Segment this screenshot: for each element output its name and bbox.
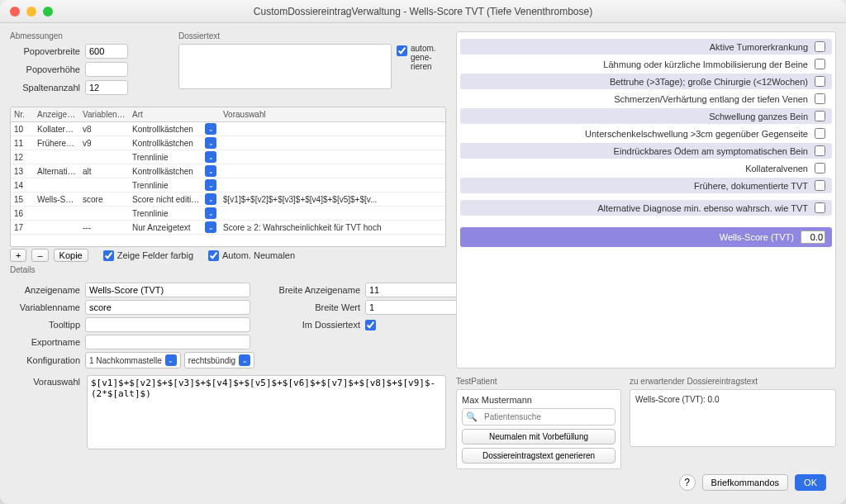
preview-item-checkbox[interactable] — [815, 111, 825, 121]
preview-item-checkbox[interactable] — [815, 59, 825, 69]
preview-item: Bettruhe (>3Tage); große Chirurgie (<12W… — [460, 74, 832, 89]
preview-item: Aktive Tumorerkrankung — [460, 39, 832, 55]
cell-variablenname — [79, 183, 129, 188]
konfiguration-align-value: rechtsbündig — [188, 356, 235, 365]
autom-generieren-checkbox[interactable] — [397, 45, 407, 56]
exportname-input[interactable] — [85, 335, 250, 349]
help-button[interactable]: ? — [679, 474, 696, 491]
preview-item-checkbox[interactable] — [815, 163, 825, 174]
konfiguration-align-select[interactable]: rechtsbündig ⌄ — [184, 352, 254, 368]
ok-button[interactable]: OK — [795, 474, 826, 491]
cell-anzeigename: Kollateralv... — [34, 122, 79, 136]
chevron-down-icon: ⌄ — [205, 123, 216, 135]
minimize-icon[interactable] — [26, 7, 36, 17]
konfiguration-label: Konfiguration — [10, 355, 80, 365]
table-row[interactable]: 13Alternative...altKontrollkästchen⌄ — [11, 164, 445, 178]
spaltenanzahl-input[interactable] — [85, 80, 128, 95]
table-row[interactable]: 15Wells-Sco...scoreScore nicht editierba… — [11, 193, 445, 207]
preview-item: Eindrückbares Ödem am symptomatischen Be… — [460, 143, 832, 159]
cell-variablenname: v8 — [79, 122, 129, 136]
vorauswahl-textarea[interactable]: $[v1]$+$[v2]$+$[v3]$+$[v4]$+$[v5]$+$[v6]… — [87, 375, 446, 449]
konfiguration-decimals-value: 1 Nachkommastelle — [89, 356, 162, 365]
patient-search[interactable]: 🔍 — [462, 408, 615, 426]
dossiertext-textarea[interactable] — [178, 44, 392, 89]
cell-variablenname — [79, 211, 129, 216]
th-nr: Nr. — [11, 107, 34, 121]
preview-item-label: Lähmung oder kürzliche Immobilisierung d… — [603, 59, 808, 69]
detail-variablenname-input[interactable] — [85, 300, 250, 315]
autom-neumalen-checkbox[interactable] — [208, 250, 219, 261]
cell-variablenname: --- — [79, 221, 129, 235]
im-dossiertext-checkbox[interactable] — [365, 320, 376, 330]
exportname-label: Exportname — [10, 337, 80, 347]
copy-row-button[interactable]: Kopie — [54, 249, 88, 262]
th-vorauswahl: Vorauswahl — [220, 107, 445, 121]
close-icon[interactable] — [10, 7, 20, 17]
table-row[interactable]: 12Trennlinie⌄ — [11, 150, 445, 164]
preview-item: Schwellung ganzes Bein — [460, 108, 832, 124]
preview-score-value[interactable] — [801, 231, 825, 244]
table-row[interactable]: 16Trennlinie⌄ — [11, 207, 445, 221]
konfiguration-decimals-select[interactable]: 1 Nachkommastelle ⌄ — [85, 352, 181, 368]
cell-nr: 15 — [11, 193, 34, 207]
content: Abmessungen Popoverbreite Popoverhöhe Sp… — [0, 23, 846, 504]
fullscreen-icon[interactable] — [43, 7, 53, 17]
preview-item-checkbox[interactable] — [815, 128, 825, 139]
cell-anzeigename — [34, 211, 79, 216]
table-row[interactable]: 11Frühere, d...v9Kontrollkästchen⌄ — [11, 136, 445, 150]
tooltipp-label: Tooltipp — [10, 320, 80, 330]
remove-row-button[interactable]: – — [31, 249, 48, 262]
window-title: CustomDossiereintragVerwaltung - Wells-S… — [8, 6, 838, 17]
preview-item-checkbox[interactable] — [815, 41, 825, 52]
table-row[interactable]: 14Trennlinie⌄ — [11, 178, 445, 193]
cell-nr: 12 — [11, 150, 34, 164]
footer: ? Briefkommandos OK — [456, 469, 836, 496]
detail-anzeigename-input[interactable] — [85, 283, 250, 297]
preview-item-checkbox[interactable] — [815, 202, 825, 213]
preview-item-checkbox[interactable] — [815, 145, 825, 156]
cell-vorauswahl: Score ≥ 2: Wahrscheinlichkeit für TVT ho… — [220, 221, 445, 235]
cell-nr: 13 — [11, 164, 34, 178]
preview-item-label: Aktive Tumorerkrankung — [710, 42, 808, 52]
cell-vorauswahl — [220, 155, 445, 159]
cell-variablenname: score — [79, 193, 129, 207]
add-row-button[interactable]: + — [10, 249, 26, 262]
preview-item-checkbox[interactable] — [815, 76, 825, 87]
table-row[interactable]: 17---Nur Anzeigetext⌄Score ≥ 2: Wahrsche… — [11, 221, 445, 235]
table-body[interactable]: 10Kollateralv...v8Kontrollkästchen⌄11Frü… — [11, 122, 445, 246]
cell-anzeigename — [34, 155, 79, 159]
testpatient-label: TestPatient — [456, 377, 621, 386]
chevron-down-icon: ⌄ — [205, 221, 216, 233]
preview-item-label: Unterschenkelschwellung >3cm gegenüber G… — [585, 129, 808, 139]
preview-item-label: Eindrückbares Ödem am symptomatischen Be… — [614, 146, 808, 156]
table-controls: + – Kopie Zeige Felder farbig Autom. Neu… — [10, 249, 446, 262]
cell-anzeigename — [34, 183, 79, 188]
detail-variablenname-label: Variablenname — [10, 302, 80, 312]
preview-item-label: Schmerzen/Verhärtung entlang der tiefen … — [614, 94, 808, 104]
neumalen-button[interactable]: Neumalen mit Vorbefüllung — [462, 429, 615, 445]
generieren-button[interactable]: Dossiereintragstext generieren — [462, 448, 615, 464]
th-anzeigename: Anzeigename — [34, 107, 79, 121]
patient-search-input[interactable] — [481, 411, 611, 423]
cell-variablenname: alt — [79, 164, 129, 178]
cell-nr: 16 — [11, 207, 34, 221]
cell-art[interactable]: Nur Anzeigetext⌄ — [129, 219, 220, 235]
preview-item-label: Frühere, dokumentierte TVT — [694, 181, 808, 191]
preview-item: Unterschenkelschwellung >3cm gegenüber G… — [460, 126, 832, 141]
test-patient-section: TestPatient Max Mustermann 🔍 Neumalen mi… — [456, 377, 836, 469]
right-pane: Aktive TumorerkrankungLähmung oder kürzl… — [456, 31, 836, 496]
briefkommandos-button[interactable]: Briefkommandos — [702, 474, 789, 491]
cell-vorauswahl: $[v1]$+$[v2]$+$[v3]$+$[v4]$+$[v5]$+$[v..… — [220, 193, 445, 207]
preview-item-label: Kollateralvenen — [745, 164, 808, 174]
popoverhoehe-input[interactable] — [85, 62, 128, 77]
chevron-down-icon: ⌄ — [165, 354, 177, 366]
preview-item-checkbox[interactable] — [815, 180, 825, 191]
detail-anzeigename-label: Anzeigename — [10, 285, 80, 295]
breite-anzeigename-label: Breite Anzeigename — [265, 285, 360, 295]
traffic-lights — [10, 7, 53, 17]
tooltipp-input[interactable] — [85, 317, 250, 332]
zeige-felder-farbig-checkbox[interactable] — [103, 250, 114, 261]
preview-item-checkbox[interactable] — [815, 93, 825, 104]
table-row[interactable]: 10Kollateralv...v8Kontrollkästchen⌄ — [11, 122, 445, 136]
popoverbreite-input[interactable] — [85, 44, 128, 59]
